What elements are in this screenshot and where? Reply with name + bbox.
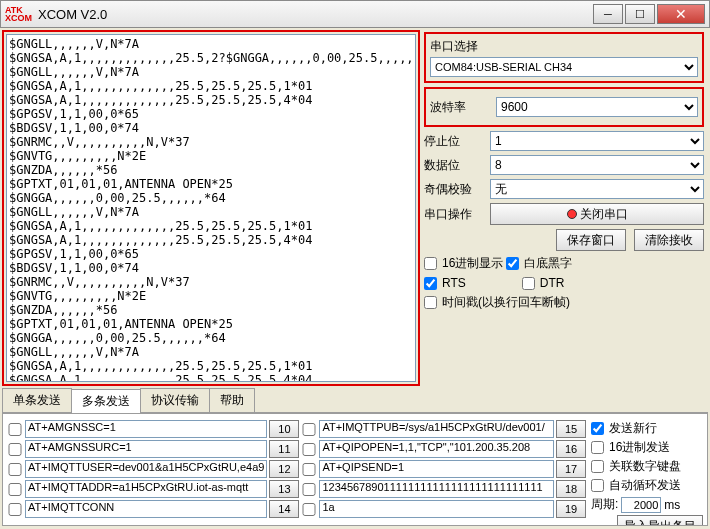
white-bg-checkbox[interactable] [506,257,519,270]
send-col-right: AT+IMQTTPUB=/sys/a1H5CPxGtRU/dev001/15 A… [301,418,586,526]
period-unit: ms [664,498,680,512]
close-port-button[interactable]: 关闭串口 [490,203,704,225]
newline-checkbox[interactable] [591,422,604,435]
window-title: XCOM V2.0 [38,7,591,22]
dtr-checkbox[interactable] [522,277,535,290]
send-slot-button[interactable]: 15 [556,420,586,438]
tab-protocol[interactable]: 协议传输 [140,388,210,412]
save-window-button[interactable]: 保存窗口 [556,229,626,251]
send-input[interactable]: AT+IMQTTPUB=/sys/a1H5CPxGtRU/dev001/ [319,420,554,438]
row-checkbox[interactable] [7,423,23,436]
timestamp-label: 时间戳(以换行回车断帧) [442,294,570,311]
send-input[interactable]: AT+AMGNSSURC=1 [25,440,267,458]
send-slot-button[interactable]: 13 [269,480,299,498]
row-checkbox[interactable] [301,423,317,436]
tab-help[interactable]: 帮助 [209,388,255,412]
port-select[interactable]: COM84:USB-SERIAL CH34 [430,57,698,77]
row-checkbox[interactable] [301,443,317,456]
send-slot-button[interactable]: 17 [556,460,586,478]
white-bg-label: 白底黑字 [524,255,572,272]
send-input[interactable]: AT+QIPOPEN=1,1,"TCP","101.200.35.208 [319,440,554,458]
parity-select[interactable]: 无 [490,179,704,199]
hex-send-label: 16进制发送 [609,439,670,456]
rts-checkbox[interactable] [424,277,437,290]
row-checkbox[interactable] [7,483,23,496]
row-checkbox[interactable] [301,463,317,476]
parity-label: 奇偶校验 [424,181,490,198]
stop-select[interactable]: 1 [490,131,704,151]
row-checkbox[interactable] [301,483,317,496]
minimize-button[interactable]: ─ [593,4,623,24]
loop-checkbox[interactable] [591,479,604,492]
send-slot-button[interactable]: 18 [556,480,586,498]
log-highlight-box: $GNGLL,,,,,,V,N*7A $GNGSA,A,1,,,,,,,,,,,… [2,30,420,386]
row-checkbox[interactable] [7,463,23,476]
send-input[interactable]: AT+IMQTTCONN [25,500,267,518]
numpad-checkbox[interactable] [591,460,604,473]
port-highlight-box: 串口选择 COM84:USB-SERIAL CH34 [424,32,704,83]
close-button[interactable]: ✕ [657,4,705,24]
newline-label: 发送新行 [609,420,657,437]
send-input[interactable]: AT+AMGNSSC=1 [25,420,267,438]
send-input[interactable]: AT+IMQTTADDR=a1H5CPxGtRU.iot-as-mqtt [25,480,267,498]
send-slot-button[interactable]: 10 [269,420,299,438]
serial-log[interactable]: $GNGLL,,,,,,V,N*7A $GNGSA,A,1,,,,,,,,,,,… [6,34,416,382]
clear-recv-button[interactable]: 清除接收 [634,229,704,251]
period-label: 周期: [591,496,618,513]
send-input[interactable]: AT+IMQTTUSER=dev001&a1H5CPxGtRU,e4a9 [25,460,267,478]
send-slot-button[interactable]: 19 [556,500,586,518]
data-label: 数据位 [424,157,490,174]
send-slot-button[interactable]: 16 [556,440,586,458]
row-checkbox[interactable] [7,503,23,516]
dtr-label: DTR [540,276,565,290]
titlebar: ATKXCOM XCOM V2.0 ─ ☐ ✕ [0,0,710,28]
send-options: 发送新行 16进制发送 关联数字键盘 自动循环发送 周期:ms 导入导出条目 [588,418,703,526]
period-input[interactable] [621,497,661,513]
baud-label: 波特率 [430,99,496,116]
loop-label: 自动循环发送 [609,477,681,494]
hex-display-label: 16进制显示 [442,255,503,272]
op-label: 串口操作 [424,206,490,223]
row-checkbox[interactable] [7,443,23,456]
port-label: 串口选择 [430,38,698,57]
import-export-button[interactable]: 导入导出条目 [617,515,703,526]
send-slot-button[interactable]: 11 [269,440,299,458]
tab-multi-send[interactable]: 多条发送 [71,389,141,413]
stop-label: 停止位 [424,133,490,150]
row-checkbox[interactable] [301,503,317,516]
baud-highlight-box: 波特率 9600 [424,87,704,127]
hex-display-checkbox[interactable] [424,257,437,270]
status-dot-icon [567,209,577,219]
send-slot-button[interactable]: 12 [269,460,299,478]
maximize-button[interactable]: ☐ [625,4,655,24]
send-input[interactable]: 123456789011111111111111111111111111 [319,480,554,498]
tab-single-send[interactable]: 单条发送 [2,388,72,412]
side-panel: 串口选择 COM84:USB-SERIAL CH34 波特率 9600 停止位1… [422,28,710,388]
multi-send-panel: AT+AMGNSSC=110 AT+AMGNSSURC=111 AT+IMQTT… [2,413,708,526]
send-input[interactable]: AT+QIPSEND=1 [319,460,554,478]
send-input[interactable]: 1a [319,500,554,518]
app-logo: ATKXCOM [5,6,32,22]
hex-send-checkbox[interactable] [591,441,604,454]
rts-label: RTS [442,276,466,290]
timestamp-checkbox[interactable] [424,296,437,309]
send-col-left: AT+AMGNSSC=110 AT+AMGNSSURC=111 AT+IMQTT… [7,418,299,526]
baud-select[interactable]: 9600 [496,97,698,117]
data-select[interactable]: 8 [490,155,704,175]
send-slot-button[interactable]: 14 [269,500,299,518]
tabs: 单条发送 多条发送 协议传输 帮助 [2,388,708,413]
numpad-label: 关联数字键盘 [609,458,681,475]
